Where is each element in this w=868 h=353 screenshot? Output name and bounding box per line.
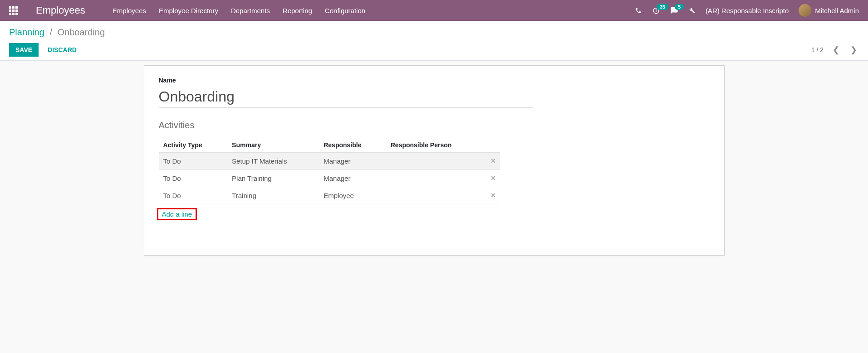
cell-summary[interactable]: Setup IT Materials [227, 153, 319, 170]
cell-responsible[interactable]: Employee [319, 187, 386, 204]
table-row[interactable]: To Do Plan Training Manager × [159, 170, 500, 187]
user-menu[interactable]: Mitchell Admin [799, 4, 859, 17]
cell-person[interactable] [386, 153, 486, 170]
timer-icon[interactable]: 35 [652, 6, 660, 15]
phone-icon[interactable] [635, 7, 642, 14]
timer-badge: 35 [657, 4, 668, 10]
cell-responsible[interactable]: Manager [319, 170, 386, 187]
add-line-link[interactable]: Add a line [162, 210, 192, 218]
company-name[interactable]: (AR) Responsable Inscripto [706, 7, 789, 15]
chat-icon[interactable]: 5 [670, 6, 678, 15]
breadcrumb: Planning / Onboarding [9, 27, 859, 38]
nav-reporting[interactable]: Reporting [283, 7, 312, 15]
activities-table: Activity Type Summary Responsible Respon… [159, 138, 500, 204]
pager-next-icon[interactable]: ❯ [848, 45, 859, 55]
control-row: SAVE DISCARD 1 / 2 ❮ ❯ [9, 43, 859, 57]
app-brand[interactable]: Employees [36, 5, 85, 16]
save-button[interactable]: SAVE [9, 43, 39, 57]
add-line-highlight: Add a line [157, 208, 197, 220]
delete-row-icon[interactable]: × [491, 174, 496, 183]
pager: 1 / 2 ❮ ❯ [811, 45, 859, 55]
chat-badge: 5 [675, 4, 684, 10]
nav-employees[interactable]: Employees [113, 7, 146, 15]
cell-summary[interactable]: Plan Training [227, 170, 319, 187]
breadcrumb-current: Onboarding [58, 27, 105, 37]
cell-responsible[interactable]: Manager [319, 153, 386, 170]
table-row[interactable]: To Do Training Employee × [159, 187, 500, 204]
col-summary: Summary [227, 138, 319, 153]
breadcrumb-sep: / [49, 27, 52, 37]
table-row[interactable]: To Do Setup IT Materials Manager × [159, 153, 500, 170]
cell-person[interactable] [386, 170, 486, 187]
sheet-wrapper: Name Activities Activity Type Summary Re… [0, 61, 868, 260]
topbar: Employees Employees Employee Directory D… [0, 0, 868, 21]
col-delete [486, 138, 500, 153]
topbar-right: 35 5 (AR) Responsable Inscripto Mitchell… [635, 4, 859, 17]
name-input[interactable] [159, 87, 534, 107]
nav-employee-directory[interactable]: Employee Directory [159, 7, 218, 15]
nav-links: Employees Employee Directory Departments… [113, 7, 365, 15]
tools-icon[interactable] [688, 7, 696, 14]
cell-person[interactable] [386, 187, 486, 204]
col-activity-type: Activity Type [159, 138, 228, 153]
name-label: Name [159, 77, 710, 84]
col-responsible: Responsible [319, 138, 386, 153]
avatar [799, 4, 811, 17]
nav-configuration[interactable]: Configuration [325, 7, 365, 15]
controlbar: Planning / Onboarding SAVE DISCARD 1 / 2… [0, 21, 868, 61]
name-block: Name [159, 77, 710, 107]
form-sheet: Name Activities Activity Type Summary Re… [144, 65, 725, 256]
pager-prev-icon[interactable]: ❮ [831, 45, 841, 55]
delete-row-icon[interactable]: × [491, 156, 496, 165]
cell-type[interactable]: To Do [159, 153, 228, 170]
user-name: Mitchell Admin [815, 7, 859, 15]
apps-icon[interactable] [9, 6, 18, 15]
nav-departments[interactable]: Departments [231, 7, 270, 15]
delete-row-icon[interactable]: × [491, 191, 496, 200]
breadcrumb-parent[interactable]: Planning [9, 27, 44, 37]
cell-summary[interactable]: Training [227, 187, 319, 204]
pager-text: 1 / 2 [811, 46, 824, 53]
cell-type[interactable]: To Do [159, 170, 228, 187]
discard-button[interactable]: DISCARD [43, 43, 81, 57]
cell-type[interactable]: To Do [159, 187, 228, 204]
section-title: Activities [159, 120, 710, 131]
col-responsible-person: Responsible Person [386, 138, 486, 153]
table-header-row: Activity Type Summary Responsible Respon… [159, 138, 500, 153]
